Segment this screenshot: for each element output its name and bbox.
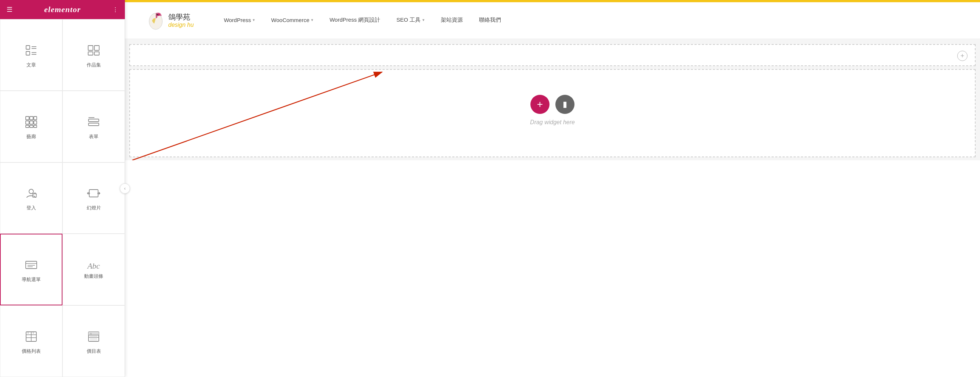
drag-hint-text: Drag widget here xyxy=(530,119,575,126)
svg-rect-7 xyxy=(94,46,99,50)
widget-portfolio-label: 作品集 xyxy=(87,62,101,68)
svg-rect-13 xyxy=(26,121,29,124)
nav-wp-design-label: WordPress 網頁設計 xyxy=(329,16,380,24)
logo-text: 鴿學苑 design hu xyxy=(168,13,194,28)
widget-headline[interactable]: Abc 動畫頭條 xyxy=(62,234,125,305)
nav-icon xyxy=(25,258,38,274)
widget-pricelist[interactable]: $ $ 價格列表 xyxy=(0,305,62,377)
add-folder-button[interactable]: ▮ xyxy=(555,95,574,114)
login-icon xyxy=(25,187,38,202)
pricetable-icon: $ xyxy=(87,330,100,345)
svg-rect-11 xyxy=(30,116,33,120)
sidebar-header: ☰ elementor ⋮ xyxy=(0,0,125,19)
svg-text:$: $ xyxy=(33,332,34,334)
canvas-drop-zone: + ▮ Drag widget here xyxy=(129,69,975,157)
widget-portfolio[interactable]: 作品集 xyxy=(62,19,125,91)
widget-login-label: 登入 xyxy=(27,205,36,211)
form-icon xyxy=(87,115,100,130)
portfolio-icon xyxy=(87,44,100,59)
svg-rect-12 xyxy=(34,116,37,120)
nav-contact[interactable]: 聯絡我們 xyxy=(471,2,509,39)
drag-buttons: + ▮ xyxy=(530,95,574,114)
canvas-section-top: + xyxy=(129,44,975,66)
svg-rect-16 xyxy=(26,125,29,127)
site-preview: 鴿學苑 design hu WordPress ▾ WooCommerce ▾ … xyxy=(125,2,980,377)
svg-rect-24 xyxy=(89,189,98,197)
site-logo: 鴿學苑 design hu xyxy=(147,10,194,32)
svg-rect-10 xyxy=(26,116,29,120)
articles-icon xyxy=(25,44,38,59)
svg-point-22 xyxy=(29,189,33,194)
grid-icon[interactable]: ⋮ xyxy=(112,6,118,13)
nav-seo-caret: ▾ xyxy=(422,17,425,22)
nav-wordpress[interactable]: WordPress ▾ xyxy=(216,2,263,39)
plus-icon: + xyxy=(537,99,543,110)
sidebar-collapse-button[interactable]: ‹ xyxy=(120,183,130,194)
svg-rect-17 xyxy=(30,125,33,127)
site-nav: WordPress ▾ WooCommerce ▾ WordPress 網頁設計… xyxy=(216,2,958,39)
pricelist-icon: $ $ xyxy=(25,330,38,345)
widget-headline-label: 動畫頭條 xyxy=(84,273,103,280)
svg-rect-19 xyxy=(89,119,99,122)
canvas-area: + + ▮ Drag widget here xyxy=(125,39,980,160)
nav-woocommerce[interactable]: WooCommerce ▾ xyxy=(263,2,321,39)
svg-rect-1 xyxy=(26,51,30,55)
widget-pricelist-label: 價格列表 xyxy=(22,348,41,355)
widget-gallery-label: 藝廊 xyxy=(27,134,36,140)
widget-nav-label: 導航選單 xyxy=(22,276,41,283)
add-widget-button[interactable]: + xyxy=(530,95,549,114)
main-area: 鴿學苑 design hu WordPress ▾ WooCommerce ▾ … xyxy=(125,0,980,377)
slider-icon xyxy=(87,187,100,202)
widget-articles-label: 文章 xyxy=(27,62,36,68)
svg-rect-20 xyxy=(89,123,99,126)
widget-gallery[interactable]: 藝廊 xyxy=(0,91,62,162)
headline-icon: Abc xyxy=(88,262,100,270)
logo-bottom-text: design hu xyxy=(168,21,194,28)
sidebar: ☰ elementor ⋮ 文章 xyxy=(0,0,125,377)
nav-woocommerce-label: WooCommerce xyxy=(271,17,309,23)
nav-wordpress-caret: ▾ xyxy=(253,17,255,22)
collapse-icon: ‹ xyxy=(124,186,126,191)
gallery-icon xyxy=(25,115,38,130)
widget-form[interactable]: 表單 xyxy=(62,91,125,162)
nav-seo-tools[interactable]: SEO 工具 ▾ xyxy=(388,2,433,39)
add-section-button[interactable]: + xyxy=(957,51,967,61)
widget-nav[interactable]: 導航選單 xyxy=(0,234,62,305)
nav-wp-design[interactable]: WordPress 網頁設計 xyxy=(321,2,388,39)
folder-icon: ▮ xyxy=(563,100,567,108)
svg-rect-0 xyxy=(26,46,30,49)
nav-resources[interactable]: 架站資源 xyxy=(433,2,471,39)
logo-top-text: 鴿學苑 xyxy=(168,13,194,21)
canvas-section-top-bar: + xyxy=(130,45,975,67)
logo-svg xyxy=(147,10,165,32)
widget-pricetable-label: 價目表 xyxy=(87,348,101,355)
svg-text:$: $ xyxy=(27,332,29,334)
widget-pricetable[interactable]: $ 價目表 xyxy=(62,305,125,377)
widget-slider[interactable]: 幻燈片 xyxy=(62,162,125,234)
widget-articles[interactable]: 文章 xyxy=(0,19,62,91)
nav-resources-label: 架站資源 xyxy=(441,16,463,24)
nav-seo-tools-label: SEO 工具 xyxy=(396,16,421,24)
svg-rect-18 xyxy=(34,125,37,127)
widget-form-label: 表單 xyxy=(89,134,99,140)
svg-rect-14 xyxy=(30,121,33,124)
widget-login[interactable]: 登入 xyxy=(0,162,62,234)
svg-rect-6 xyxy=(88,46,93,50)
svg-rect-8 xyxy=(88,52,93,55)
drop-zone-content: + ▮ Drag widget here xyxy=(130,70,975,151)
nav-woocommerce-caret: ▾ xyxy=(311,17,313,22)
widget-grid: 文章 作品集 xyxy=(0,19,125,377)
svg-rect-25 xyxy=(26,261,37,269)
widget-slider-label: 幻燈片 xyxy=(87,205,101,211)
add-section-icon: + xyxy=(961,52,964,60)
site-header: 鴿學苑 design hu WordPress ▾ WooCommerce ▾ … xyxy=(125,2,980,39)
nav-wordpress-label: WordPress xyxy=(224,17,251,23)
menu-icon[interactable]: ☰ xyxy=(6,5,13,14)
svg-rect-15 xyxy=(34,121,37,124)
svg-point-45 xyxy=(156,14,158,16)
elementor-logo: elementor xyxy=(44,5,80,14)
svg-rect-9 xyxy=(94,52,99,55)
nav-contact-label: 聯絡我們 xyxy=(479,16,501,24)
